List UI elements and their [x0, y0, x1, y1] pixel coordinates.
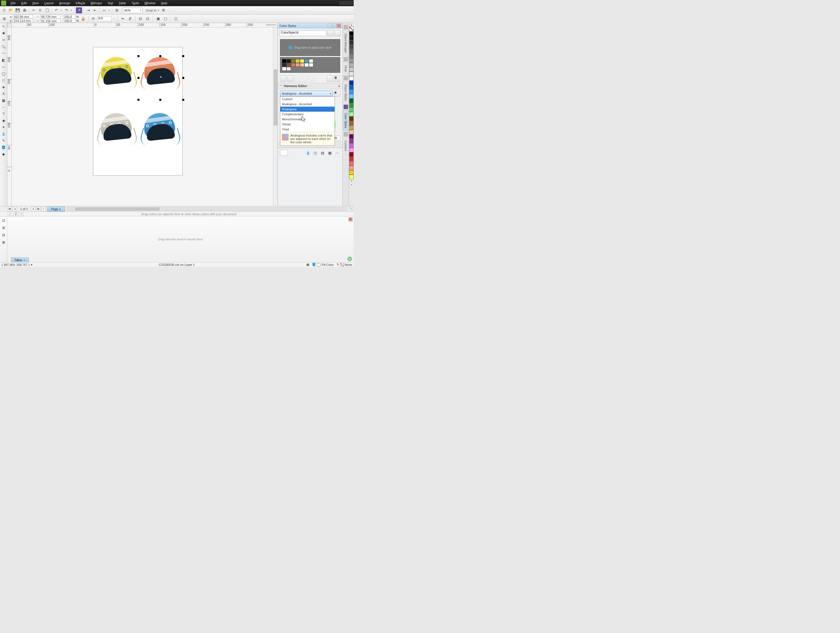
rectangle-tool[interactable]: ▭	[0, 64, 7, 70]
palette-swatch[interactable]	[349, 99, 354, 103]
to-back-button[interactable]: ▢	[163, 16, 169, 22]
harmony-options-button[interactable]: ✚	[334, 91, 340, 97]
palette-swatch[interactable]	[349, 121, 354, 125]
tray-tool-2[interactable]: ⊞	[0, 225, 7, 231]
page-tab[interactable]: Page 1	[47, 206, 65, 211]
eyedropper-tool[interactable]: 💧	[0, 131, 7, 137]
window-restore[interactable]	[344, 2, 348, 5]
tab-color-styles[interactable]: Color Styles	[343, 110, 348, 131]
import-button[interactable]: ⇥	[85, 7, 91, 13]
dd-analogous[interactable]: Analogous	[280, 107, 335, 112]
color-palettes-button[interactable]: ▦	[327, 150, 333, 156]
swatch[interactable]	[286, 59, 291, 63]
color-viewer-button[interactable]: ◫	[312, 150, 318, 156]
tab-icon-connect[interactable]	[344, 132, 348, 137]
palette-swatch[interactable]	[349, 58, 354, 63]
palette-swatch[interactable]	[349, 72, 354, 76]
interactive-fill-tool[interactable]: ◆	[0, 151, 7, 157]
print-button[interactable]: 🖶	[21, 7, 27, 13]
search-content-button[interactable]: ↗	[76, 7, 82, 13]
fill-color-icon[interactable]: 🪣	[312, 263, 316, 266]
window-close[interactable]	[349, 2, 352, 5]
page-add-button[interactable]: +	[41, 207, 46, 211]
export-button[interactable]: ⇤	[92, 7, 98, 13]
page-next-button[interactable]: ▸	[31, 207, 36, 211]
width-input[interactable]: 99,728 mm	[40, 15, 60, 19]
palette-no-color[interactable]	[349, 27, 354, 31]
palette-swatch[interactable]	[349, 63, 354, 67]
fill-tool[interactable]: 🪣	[0, 144, 7, 151]
convert-curves-button[interactable]: ◫	[173, 16, 179, 22]
snap-icon[interactable]: ▦	[306, 263, 309, 266]
menu-bitmaps[interactable]: Bitmaps	[88, 0, 105, 6]
smart-fill-tool[interactable]: ◧	[0, 57, 7, 63]
paste-button[interactable]: 📋	[44, 7, 50, 13]
artwork-hat-3[interactable]	[96, 112, 138, 148]
ungroup-button[interactable]: ⊟	[137, 16, 144, 22]
menu-view[interactable]: View	[29, 0, 42, 6]
doc-palette-eyedropper[interactable]: 💧	[13, 212, 18, 216]
palette-swatch[interactable]	[349, 166, 354, 170]
palette-swatch[interactable]	[349, 130, 354, 134]
palette-swatch[interactable]	[349, 125, 354, 130]
tray-tool-4[interactable]: ⊠	[0, 239, 7, 246]
tray-tab-close[interactable]: ✕	[24, 258, 26, 261]
outline-color-icon[interactable]: ✎	[336, 263, 339, 266]
tray-add-button[interactable]: +	[347, 257, 352, 261]
tab-icon-color-styles[interactable]	[344, 105, 348, 109]
delete-button[interactable]: 🗑	[334, 76, 340, 82]
menu-window[interactable]: Window	[142, 0, 158, 6]
swatch[interactable]	[309, 59, 313, 63]
app-launcher-button[interactable]: ⊞	[114, 7, 120, 13]
docker-flyout-icon[interactable]	[344, 25, 348, 29]
to-front-button[interactable]: ▣	[155, 16, 161, 22]
palette-scroll-down[interactable]: ▾	[349, 179, 354, 183]
tray-tool-3[interactable]: ⊟	[0, 232, 7, 238]
menu-text[interactable]: Text	[105, 0, 116, 6]
color-sliders-button[interactable]: ▤	[319, 150, 326, 156]
swatch[interactable]	[309, 63, 313, 67]
swatch-add[interactable]	[286, 67, 291, 71]
status-flyout-icon[interactable]: ▸	[31, 263, 33, 266]
menu-layout[interactable]: Layout	[41, 0, 56, 6]
scale-y-input[interactable]: 100,0	[63, 19, 76, 22]
canvas-viewport[interactable]: ×	[12, 27, 273, 206]
doc-palette-menu[interactable]: ▸	[8, 212, 12, 216]
cut-button[interactable]: ✂	[30, 7, 37, 13]
options-button[interactable]: ⚙	[160, 7, 167, 13]
lock-ratio-button[interactable]: 🔒	[80, 16, 86, 22]
menu-arrange[interactable]: Arrange	[56, 0, 73, 6]
swatch[interactable]	[282, 59, 286, 63]
blend-tool[interactable]: ◉	[0, 118, 7, 124]
palette-swatch[interactable]	[349, 67, 354, 72]
swatch[interactable]	[304, 63, 309, 67]
zoom-tool[interactable]: 🔍	[0, 44, 7, 50]
snap-dropdown[interactable]: ▾	[157, 7, 160, 13]
tab-icon-hints[interactable]	[344, 57, 348, 61]
x-position-input[interactable]: 162,99 mm	[13, 15, 33, 19]
artwork-hat-4[interactable]	[139, 112, 182, 148]
swatch[interactable]	[295, 63, 300, 67]
new-doc-button[interactable]: 🗋	[1, 7, 7, 13]
page-first-button[interactable]: ⏮	[8, 207, 12, 211]
palette-swatch[interactable]	[349, 103, 354, 107]
swatch[interactable]	[304, 59, 309, 63]
docker-title-bar[interactable]: Color Styles » ▭ ✕	[278, 23, 343, 28]
palette-swatch[interactable]	[349, 134, 354, 139]
select-unused-button[interactable]	[327, 76, 333, 82]
crop-tool[interactable]: ✂	[0, 37, 7, 43]
palette-swatch[interactable]	[349, 36, 354, 40]
y-position-input[interactable]: 224,114 mm	[13, 19, 33, 22]
shape-tool[interactable]: ✱	[0, 30, 7, 36]
artwork-hat-2-selected[interactable]	[139, 56, 182, 92]
palette-swatch[interactable]	[349, 107, 354, 112]
palette-swatch[interactable]	[349, 175, 354, 179]
ruler-vertical[interactable]: 300 250 200 150 100 50 0 millimeters	[7, 27, 12, 206]
document-palette[interactable]: ▸ 💧 ⊘ Drag colors (or objects) here to s…	[0, 211, 354, 216]
copy-button[interactable]: ⎘	[37, 7, 43, 13]
swatch[interactable]	[291, 63, 295, 67]
color-style-name-input[interactable]: ColorStyle16	[279, 30, 326, 36]
ruler-origin[interactable]	[7, 23, 12, 27]
redo-dropdown[interactable]: ▾	[70, 7, 73, 13]
palette-swatch[interactable]	[349, 112, 354, 117]
